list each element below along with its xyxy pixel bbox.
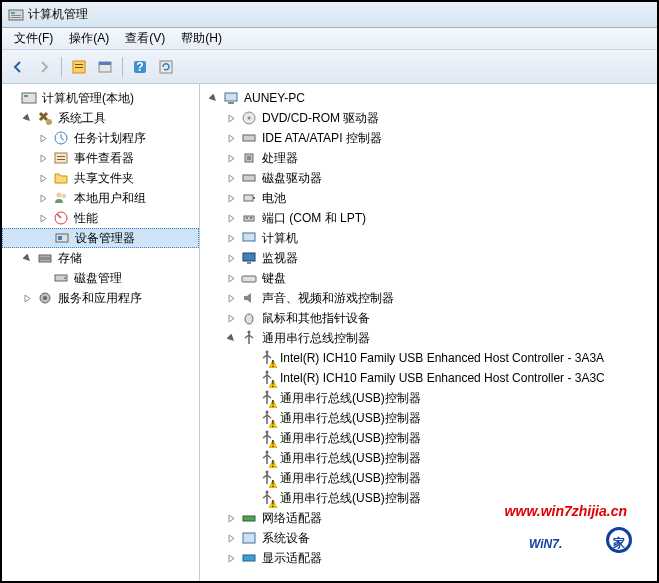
expand-icon[interactable] bbox=[224, 291, 238, 305]
tree-task-scheduler[interactable]: 任务计划程序 bbox=[2, 128, 199, 148]
collapse-icon[interactable] bbox=[20, 251, 34, 265]
device-usb-item[interactable]: !Intel(R) ICH10 Family USB Enhanced Host… bbox=[200, 348, 657, 368]
svg-point-67 bbox=[266, 471, 269, 474]
usb-icon bbox=[241, 330, 257, 346]
menu-help[interactable]: 帮助(H) bbox=[173, 30, 230, 47]
refresh-button[interactable] bbox=[154, 55, 178, 79]
device-usb-controllers[interactable]: 通用串行总线控制器 bbox=[200, 328, 657, 348]
device-monitor[interactable]: 监视器 bbox=[200, 248, 657, 268]
expander-icon[interactable] bbox=[242, 411, 256, 425]
device-usb-item[interactable]: !通用串行总线(USB)控制器 bbox=[200, 428, 657, 448]
window-title: 计算机管理 bbox=[28, 6, 88, 23]
tree-label: AUNEY-PC bbox=[242, 91, 307, 105]
svg-rect-6 bbox=[75, 67, 83, 68]
expand-icon[interactable] bbox=[224, 111, 238, 125]
show-hide-tree-button[interactable] bbox=[67, 55, 91, 79]
expand-icon[interactable] bbox=[224, 131, 238, 145]
device-sound[interactable]: 声音、视频和游戏控制器 bbox=[200, 288, 657, 308]
expand-icon[interactable] bbox=[224, 311, 238, 325]
collapse-icon[interactable] bbox=[224, 331, 238, 345]
expander-icon[interactable] bbox=[4, 91, 18, 105]
expand-icon[interactable] bbox=[36, 211, 50, 225]
tree-shared-folders[interactable]: 共享文件夹 bbox=[2, 168, 199, 188]
collapse-icon[interactable] bbox=[206, 91, 220, 105]
storage-icon bbox=[37, 250, 53, 266]
device-ports[interactable]: 端口 (COM 和 LPT) bbox=[200, 208, 657, 228]
toolbar-separator bbox=[122, 57, 123, 77]
expand-icon[interactable] bbox=[224, 151, 238, 165]
tree-root-computer-mgmt[interactable]: 计算机管理(本地) bbox=[2, 88, 199, 108]
svg-point-61 bbox=[266, 431, 269, 434]
expand-icon[interactable] bbox=[224, 551, 238, 565]
device-dvd[interactable]: DVD/CD-ROM 驱动器 bbox=[200, 108, 657, 128]
svg-text:!: ! bbox=[271, 380, 274, 388]
device-usb-item[interactable]: !通用串行总线(USB)控制器 bbox=[200, 408, 657, 428]
svg-rect-45 bbox=[247, 262, 251, 264]
properties-button[interactable] bbox=[93, 55, 117, 79]
tree-storage[interactable]: 存储 bbox=[2, 248, 199, 268]
expand-icon[interactable] bbox=[224, 171, 238, 185]
device-battery[interactable]: 电池 bbox=[200, 188, 657, 208]
expander-icon[interactable] bbox=[37, 231, 51, 245]
svg-point-47 bbox=[245, 314, 253, 324]
expand-icon[interactable] bbox=[36, 131, 50, 145]
device-root[interactable]: AUNEY-PC bbox=[200, 88, 657, 108]
tree-local-users[interactable]: 本地用户和组 bbox=[2, 188, 199, 208]
svg-rect-17 bbox=[57, 156, 65, 157]
services-icon bbox=[37, 290, 53, 306]
device-computer[interactable]: 计算机 bbox=[200, 228, 657, 248]
back-button[interactable] bbox=[6, 55, 30, 79]
expand-icon[interactable] bbox=[20, 291, 34, 305]
tree-system-tools[interactable]: 系统工具 bbox=[2, 108, 199, 128]
forward-button[interactable] bbox=[32, 55, 56, 79]
tree-label: 通用串行总线控制器 bbox=[260, 330, 372, 347]
svg-rect-39 bbox=[253, 197, 255, 199]
collapse-icon[interactable] bbox=[20, 111, 34, 125]
expander-icon[interactable] bbox=[242, 351, 256, 365]
toolbar-separator bbox=[61, 57, 62, 77]
tree-event-viewer[interactable]: 事件查看器 bbox=[2, 148, 199, 168]
expand-icon[interactable] bbox=[224, 511, 238, 525]
device-disk[interactable]: 磁盘驱动器 bbox=[200, 168, 657, 188]
expander-icon[interactable] bbox=[242, 471, 256, 485]
expand-icon[interactable] bbox=[36, 151, 50, 165]
expand-icon[interactable] bbox=[224, 211, 238, 225]
tree-device-manager[interactable]: 设备管理器 bbox=[2, 228, 199, 248]
device-usb-item[interactable]: !通用串行总线(USB)控制器 bbox=[200, 448, 657, 468]
expand-icon[interactable] bbox=[224, 191, 238, 205]
menu-view[interactable]: 查看(V) bbox=[117, 30, 173, 47]
expander-icon[interactable] bbox=[242, 491, 256, 505]
help-button[interactable]: ? bbox=[128, 55, 152, 79]
expand-icon[interactable] bbox=[36, 191, 50, 205]
tree-label: 设备管理器 bbox=[73, 230, 137, 247]
device-usb-item[interactable]: !Intel(R) ICH10 Family USB Enhanced Host… bbox=[200, 368, 657, 388]
expander-icon[interactable] bbox=[242, 431, 256, 445]
expander-icon[interactable] bbox=[36, 271, 50, 285]
expand-icon[interactable] bbox=[224, 271, 238, 285]
device-keyboard[interactable]: 键盘 bbox=[200, 268, 657, 288]
tree-label: 本地用户和组 bbox=[72, 190, 148, 207]
device-usb-item[interactable]: !通用串行总线(USB)控制器 bbox=[200, 468, 657, 488]
device-usb-item[interactable]: !通用串行总线(USB)控制器 bbox=[200, 388, 657, 408]
navigation-tree[interactable]: 计算机管理(本地) 系统工具 任务计划程序 事件查看器 共享文件夹 本地用户和组… bbox=[2, 84, 200, 581]
tree-disk-mgmt[interactable]: 磁盘管理 bbox=[2, 268, 199, 288]
svg-rect-18 bbox=[57, 159, 65, 160]
expander-icon[interactable] bbox=[242, 451, 256, 465]
menu-action[interactable]: 操作(A) bbox=[61, 30, 117, 47]
watermark-logo: WiN7. 家 bbox=[527, 522, 637, 565]
expand-icon[interactable] bbox=[224, 251, 238, 265]
tree-services-apps[interactable]: 服务和应用程序 bbox=[2, 288, 199, 308]
device-ide[interactable]: IDE ATA/ATAPI 控制器 bbox=[200, 128, 657, 148]
tree-performance[interactable]: 性能 bbox=[2, 208, 199, 228]
device-mouse[interactable]: 鼠标和其他指针设备 bbox=[200, 308, 657, 328]
expand-icon[interactable] bbox=[224, 531, 238, 545]
mouse-icon bbox=[241, 310, 257, 326]
performance-icon bbox=[53, 210, 69, 226]
expand-icon[interactable] bbox=[224, 231, 238, 245]
menu-file[interactable]: 文件(F) bbox=[6, 30, 61, 47]
expander-icon[interactable] bbox=[242, 371, 256, 385]
device-cpu[interactable]: 处理器 bbox=[200, 148, 657, 168]
expander-icon[interactable] bbox=[242, 391, 256, 405]
expand-icon[interactable] bbox=[36, 171, 50, 185]
tree-label: 网络适配器 bbox=[260, 510, 324, 527]
